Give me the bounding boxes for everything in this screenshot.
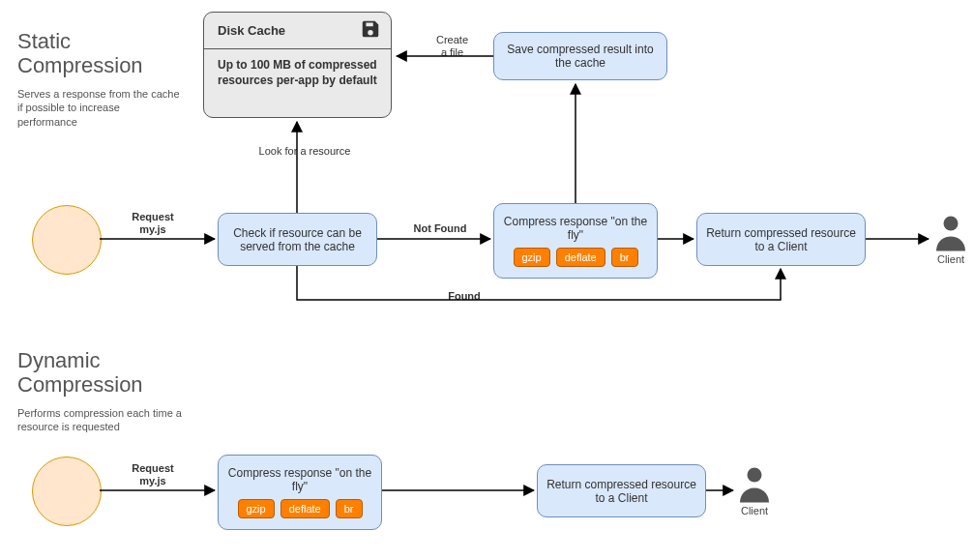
dynamic-compress-text: Compress response "on the fly" bbox=[224, 466, 375, 493]
static-title-line1: Static bbox=[17, 29, 71, 53]
save-icon bbox=[360, 18, 381, 43]
found-label: Found bbox=[435, 290, 493, 303]
chip-br: br bbox=[611, 248, 638, 267]
static-return-text: Return compressed resource to a Client bbox=[703, 226, 859, 253]
chip-gzip: gzip bbox=[514, 248, 550, 267]
dynamic-chip-row: gzip deflate br bbox=[238, 499, 363, 518]
save-box: Save compressed result into the cache bbox=[493, 32, 667, 80]
dynamic-return-text: Return compressed resource to a Client bbox=[544, 478, 699, 505]
dyn-chip-deflate: deflate bbox=[280, 499, 330, 518]
check-cache-box: Check if resource can be served from the… bbox=[218, 213, 377, 266]
disk-cache-body: Up to 100 MB of compressed resources per… bbox=[204, 49, 391, 96]
static-client-label: Client bbox=[933, 253, 968, 265]
dynamic-title: Dynamic Compression bbox=[17, 348, 143, 398]
static-client-icon bbox=[933, 213, 968, 254]
static-title-line2: Compression bbox=[17, 53, 143, 77]
create-file-label: Create a file bbox=[426, 34, 479, 59]
static-title: Static Compression bbox=[17, 29, 143, 78]
look-label: Look for a resource bbox=[251, 145, 358, 158]
not-found-label: Not Found bbox=[406, 222, 474, 235]
dynamic-title-line1: Dynamic bbox=[17, 348, 101, 372]
svg-point-1 bbox=[748, 468, 762, 483]
svg-point-0 bbox=[944, 217, 959, 231]
static-request-label: Request my.js bbox=[119, 211, 187, 236]
static-start-circle bbox=[32, 205, 102, 275]
static-subtitle: Serves a response from the cache if poss… bbox=[17, 87, 182, 129]
static-compress-text: Compress response "on the fly" bbox=[500, 215, 651, 242]
dynamic-title-line2: Compression bbox=[17, 372, 143, 397]
save-text: Save compressed result into the cache bbox=[500, 43, 661, 70]
dynamic-subtitle: Performs compression each time a resourc… bbox=[17, 406, 192, 434]
chip-deflate: deflate bbox=[556, 248, 605, 267]
dyn-chip-br: br bbox=[336, 499, 363, 518]
dynamic-start-circle bbox=[32, 457, 102, 526]
diagram-canvas: Static Compression Serves a response fro… bbox=[0, 0, 974, 560]
disk-cache-box: Disk Cache Up to 100 MB of compressed re… bbox=[203, 12, 392, 118]
disk-cache-title: Disk Cache bbox=[218, 23, 285, 38]
static-return-box: Return compressed resource to a Client bbox=[696, 213, 866, 266]
static-chip-row: gzip deflate br bbox=[514, 248, 638, 267]
dynamic-return-box: Return compressed resource to a Client bbox=[537, 464, 706, 517]
dyn-chip-gzip: gzip bbox=[238, 499, 275, 518]
dynamic-client-icon bbox=[737, 464, 772, 506]
dynamic-compress-box: Compress response "on the fly" gzip defl… bbox=[218, 455, 382, 530]
dynamic-request-label: Request my.js bbox=[119, 462, 187, 487]
static-compress-box: Compress response "on the fly" gzip defl… bbox=[493, 203, 658, 279]
check-cache-text: Check if resource can be served from the… bbox=[224, 226, 370, 253]
dynamic-client-label: Client bbox=[737, 505, 772, 516]
